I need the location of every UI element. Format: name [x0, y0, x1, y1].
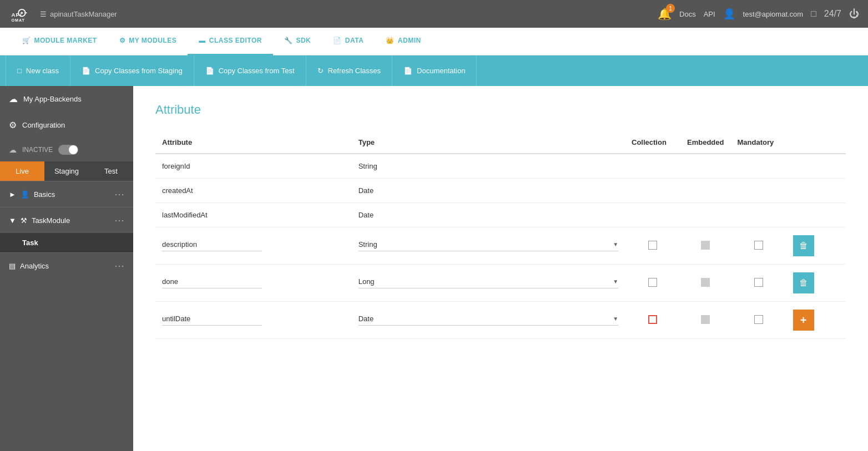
attr-embedded-done [680, 265, 730, 302]
mandatory-checkbox-description[interactable] [754, 241, 763, 250]
refresh-classes-button[interactable]: ↻ Refresh Classes [306, 55, 392, 86]
attr-action-untildate[interactable]: + [786, 302, 846, 339]
svg-point-3 [21, 12, 23, 14]
attr-embedded-lastmodifiedat [680, 203, 730, 227]
env-tab-test[interactable]: Test [89, 161, 133, 181]
copy-from-staging-label: Copy Classes from Staging [95, 67, 183, 75]
user-icon: 👤 [723, 8, 735, 20]
settings-icon: ⚙ [119, 37, 126, 44]
new-class-button[interactable]: □ New class [6, 55, 70, 86]
nav-my-modules-label: MY MODULES [129, 37, 176, 44]
attr-name-description[interactable]: description [155, 227, 352, 265]
notification-count: 1 [666, 4, 675, 13]
nav-module-market[interactable]: 🛒 MODULE MARKET [11, 28, 108, 55]
attr-mandatory-untildate[interactable] [731, 302, 786, 339]
col-collection: Collection [625, 134, 680, 154]
basics-section-header[interactable]: ► 👤 Basics ⋯ [0, 181, 133, 207]
attr-collection-createdat [625, 179, 680, 203]
attr-collection-foreignid [625, 154, 680, 179]
header-actions: 🔔 1 Docs API 👤 test@apiomat.com □ 24/7 ⏻ [658, 7, 859, 21]
nav-sdk[interactable]: 🔧 SDK [273, 28, 322, 55]
inactive-cloud-icon: ☁ [9, 145, 17, 154]
task-module-section: ▼ ⚒ TaskModule ⋯ Task [0, 207, 133, 252]
copy-staging-icon: 📄 [82, 67, 90, 75]
type-dropdown-arrow-untildate[interactable]: ▼ [613, 316, 618, 322]
copy-from-test-label: Copy Classes from Test [219, 67, 295, 75]
notification-bell[interactable]: 🔔 1 [658, 7, 672, 21]
user-email[interactable]: test@apiomat.com [743, 10, 804, 18]
refresh-icon: ↻ [317, 67, 324, 75]
add-untildate-button[interactable]: + [793, 310, 814, 331]
task-class-label: Task [22, 239, 38, 247]
env-tab-live-label: Live [16, 167, 29, 175]
attr-embedded-description [680, 227, 730, 265]
wrench-icon: ⚒ [21, 216, 27, 225]
task-module-dots-menu[interactable]: ⋯ [114, 214, 124, 226]
delete-description-button[interactable]: 🗑 [793, 235, 814, 256]
nav-data[interactable]: 📄 DATA [322, 28, 375, 55]
page-title: Attribute [155, 103, 846, 117]
power-icon[interactable]: ⏻ [849, 8, 859, 20]
analytics-section[interactable]: ▤ Analytics ⋯ [0, 252, 133, 278]
env-tab-staging[interactable]: Staging [44, 161, 89, 181]
task-class-item[interactable]: Task [0, 233, 133, 252]
class-editor-icon: ▬ [199, 37, 206, 44]
embedded-disabled-untildate [701, 315, 710, 324]
attr-action-done[interactable]: 🗑 [786, 265, 846, 302]
attr-type-done[interactable]: Long ▼ [352, 265, 625, 302]
task-module-header[interactable]: ▼ ⚒ TaskModule ⋯ [0, 207, 133, 233]
delete-done-button[interactable]: 🗑 [793, 272, 814, 293]
docs-btn-icon: 📄 [403, 67, 412, 75]
attr-name-createdat: createdAt [155, 179, 352, 203]
svg-text:APi: APi [12, 12, 22, 18]
documentation-button[interactable]: 📄 Documentation [392, 55, 477, 86]
attr-name-lastmodifiedat: lastModifiedAt [155, 203, 352, 227]
attribute-table: Attribute Type Collection Embedded Manda… [155, 134, 846, 339]
embedded-disabled-description [701, 241, 710, 250]
nav-my-modules[interactable]: ⚙ MY MODULES [108, 28, 188, 55]
table-row: description String ▼ [155, 227, 846, 265]
new-class-label: New class [26, 67, 59, 75]
collection-checkbox-done[interactable] [648, 278, 657, 287]
attr-type-createdat: Date [352, 179, 625, 203]
api-link[interactable]: API [704, 10, 715, 18]
attr-collection-untildate[interactable] [625, 302, 680, 339]
type-dropdown-arrow-done[interactable]: ▼ [613, 278, 618, 285]
toggle-knob [69, 145, 78, 154]
config-icon: ⚙ [9, 120, 17, 130]
attr-mandatory-description[interactable] [731, 227, 786, 265]
analytics-dots-menu[interactable]: ⋯ [114, 260, 124, 272]
env-tab-test-label: Test [104, 167, 118, 175]
mandatory-checkbox-done[interactable] [754, 278, 763, 287]
copy-from-staging-button[interactable]: 📄 Copy Classes from Staging [70, 55, 194, 86]
copy-from-test-button[interactable]: 📄 Copy Classes from Test [194, 55, 306, 86]
type-dropdown-arrow[interactable]: ▼ [613, 241, 618, 247]
attr-name-done[interactable]: done [155, 265, 352, 302]
nav-data-label: DATA [345, 37, 364, 44]
attr-type-foreignid: String [352, 154, 625, 179]
attr-mandatory-done[interactable] [731, 265, 786, 302]
basics-dots-menu[interactable]: ⋯ [114, 188, 124, 200]
attr-action-description[interactable]: 🗑 [786, 227, 846, 265]
content-area: Attribute Attribute Type Collection Embe… [133, 86, 868, 451]
collection-checkbox-untildate-red[interactable] [648, 315, 657, 324]
nav-admin[interactable]: 👑 ADMIN [375, 28, 432, 55]
inactive-toggle-switch[interactable] [58, 145, 78, 155]
new-class-icon: □ [17, 67, 22, 75]
mandatory-checkbox-untildate[interactable] [754, 315, 763, 324]
task-module-label: TaskModule [32, 216, 70, 225]
attr-collection-description[interactable] [625, 227, 680, 265]
inactive-label: INACTIVE [22, 146, 53, 154]
docs-link[interactable]: Docs [679, 10, 696, 18]
attr-type-untildate[interactable]: Date ▼ [352, 302, 625, 339]
attr-type-description[interactable]: String ▼ [352, 227, 625, 265]
attr-name-untildate[interactable]: untilDate [155, 302, 352, 339]
sidebar-configuration[interactable]: ⚙ Configuration [0, 112, 133, 138]
nav-class-editor[interactable]: ▬ CLASS EDITOR [188, 28, 273, 55]
collection-checkbox-description[interactable] [648, 241, 657, 250]
admin-icon: 👑 [386, 37, 395, 44]
env-tab-live[interactable]: Live [0, 161, 44, 181]
sidebar-my-app-backends[interactable]: ☁ My App-Backends [0, 86, 133, 112]
basics-section: ► 👤 Basics ⋯ [0, 181, 133, 207]
attr-collection-done[interactable] [625, 265, 680, 302]
